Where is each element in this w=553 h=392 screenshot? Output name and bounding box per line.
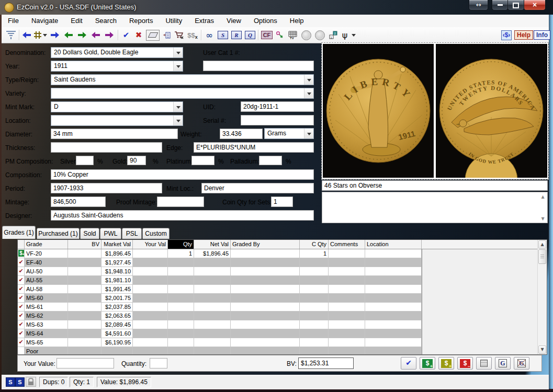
cell-qty[interactable] (168, 329, 194, 338)
cell-comments[interactable] (329, 267, 365, 276)
cell-location[interactable] (365, 303, 422, 312)
nav-next-type-icon[interactable] (77, 29, 87, 41)
key-icon[interactable] (275, 29, 285, 41)
grade-row-MS-61[interactable]: ✔MS-61$2,037.85 (18, 303, 422, 312)
help-button[interactable]: Help (515, 29, 533, 41)
psi-dropdown-icon[interactable] (350, 29, 356, 41)
filter-icon[interactable] (5, 29, 17, 41)
grade-row-MS-62[interactable]: ✔MS-62$2,063.65 (18, 312, 422, 320)
tab-pwl[interactable]: PWL (100, 228, 121, 239)
scroll-up-icon[interactable]: ▲ (538, 240, 546, 249)
silver-input[interactable] (76, 156, 94, 165)
cell-qty[interactable] (168, 303, 194, 312)
reverse-coin-image[interactable]: UNITED STATES OF AMERICA TWENTY DOLLARS … (436, 44, 547, 178)
cell-graded_by[interactable] (231, 320, 300, 329)
grid-header-c_qty[interactable]: C Qty (300, 240, 329, 249)
uid-input[interactable] (241, 101, 314, 112)
scrollbar-thumb[interactable] (538, 249, 546, 264)
cell-c_qty[interactable] (300, 329, 329, 338)
confirm-value-button[interactable]: ✔ (401, 357, 416, 370)
cell-comments[interactable] (329, 347, 365, 354)
cell-grade[interactable]: AU-50 (25, 267, 68, 276)
grid-header-icon[interactable] (18, 240, 25, 249)
bv-input[interactable] (298, 358, 354, 369)
link-records-icon[interactable]: ∞ (204, 29, 215, 41)
cell-net_val[interactable] (194, 303, 231, 312)
cell-bv[interactable] (68, 347, 101, 354)
cell-location[interactable] (365, 285, 422, 294)
cell-graded_by[interactable] (231, 338, 300, 347)
cell-location[interactable] (365, 249, 422, 258)
cell-location[interactable] (365, 294, 422, 303)
cell-location[interactable] (365, 329, 422, 338)
weight-input[interactable] (220, 129, 263, 139)
value-list-button[interactable] (476, 357, 492, 370)
cell-graded_by[interactable] (231, 294, 300, 303)
cell-market_val[interactable]: $1,981.10 (101, 276, 133, 285)
grid-vertical-scrollbar[interactable]: ▲ ▼ (537, 240, 547, 354)
tab-purchased[interactable]: Purchased (1) (37, 228, 80, 239)
proof-mintage-input[interactable] (157, 197, 204, 207)
location-combo[interactable] (51, 115, 183, 126)
platinum-input[interactable] (191, 156, 215, 165)
cell-market_val[interactable]: $1,948.10 (101, 267, 133, 276)
reverse-view-icon[interactable] (314, 29, 325, 41)
maximize-button[interactable] (507, 0, 524, 10)
cell-grade[interactable]: MS-64 (25, 329, 68, 338)
grade-row-AU-55[interactable]: ✔AU-55$1,981.10 (18, 276, 422, 285)
grid-header-net_val[interactable]: Net Val (194, 240, 231, 249)
cell-net_val[interactable] (194, 285, 231, 294)
grid-header-comments[interactable]: Comments (329, 240, 365, 249)
image-caption-input[interactable] (322, 180, 548, 191)
tab-custom[interactable]: Custom (142, 228, 170, 239)
scroll-down-icon[interactable]: ▼ (538, 345, 546, 354)
user-cat-input[interactable] (203, 61, 314, 71)
cell-location[interactable] (365, 320, 422, 329)
cell-qty[interactable] (168, 276, 194, 285)
cell-qty[interactable] (168, 285, 194, 294)
your-value-input[interactable] (57, 358, 114, 368)
mint-loc-input[interactable] (201, 183, 314, 193)
cell-your_val[interactable] (133, 312, 168, 320)
cell-grade[interactable]: MS-65 (25, 338, 68, 347)
menu-reports[interactable]: Reports (123, 15, 160, 27)
obverse-coin-image[interactable]: LIBERTY 1911 (323, 44, 434, 178)
grid-header-bv[interactable]: BV (68, 240, 101, 249)
cell-qty[interactable] (168, 267, 194, 276)
tab-grades[interactable]: Grades (1) (2, 226, 36, 239)
nav-prev-denom-icon[interactable] (91, 29, 101, 41)
cell-bv[interactable] (68, 285, 101, 294)
notes-textarea[interactable] (322, 192, 548, 223)
cell-qty[interactable]: 1 (168, 249, 194, 258)
palladium-input[interactable] (259, 156, 282, 165)
edge-input[interactable] (194, 142, 314, 153)
eraser-icon[interactable] (146, 29, 160, 41)
cell-c_qty[interactable] (300, 303, 329, 312)
cell-market_val[interactable]: $1,896.45 (101, 249, 133, 258)
cell-c_qty[interactable] (300, 267, 329, 276)
cell-grade[interactable]: MS-63 (25, 320, 68, 329)
grade-row-AU-58[interactable]: ✔AU-58$1,991.45 (18, 285, 422, 294)
grade-row-VF-20[interactable]: $+VF-20$1,896.451$1,896.451 (18, 249, 422, 258)
cell-net_val[interactable] (194, 312, 231, 320)
mint-mark-combo[interactable]: D (51, 101, 183, 112)
cell-your_val[interactable] (133, 276, 168, 285)
close-button[interactable]: × (524, 0, 546, 10)
cell-comments[interactable] (329, 285, 365, 294)
variety-combo[interactable] (51, 88, 314, 99)
cell-bv[interactable] (68, 312, 101, 320)
cell-comments[interactable] (329, 303, 365, 312)
clear-grading-button[interactable]: G (514, 357, 529, 370)
nav-next-denom-icon[interactable] (104, 29, 115, 41)
cell-grade[interactable]: AU-58 (25, 285, 68, 294)
cell-qty[interactable] (168, 258, 194, 267)
mintage-input[interactable] (51, 197, 106, 207)
cell-qty[interactable] (168, 347, 194, 354)
add-value-gold-button[interactable]: $+ (438, 357, 454, 370)
minimize-button[interactable] (492, 0, 508, 10)
cell-location[interactable] (365, 276, 422, 285)
menu-edit[interactable]: Edit (64, 15, 88, 27)
notes-scroll-up-icon[interactable]: ▲ (540, 194, 546, 200)
cell-bv[interactable] (68, 267, 101, 276)
cell-graded_by[interactable] (231, 258, 300, 267)
